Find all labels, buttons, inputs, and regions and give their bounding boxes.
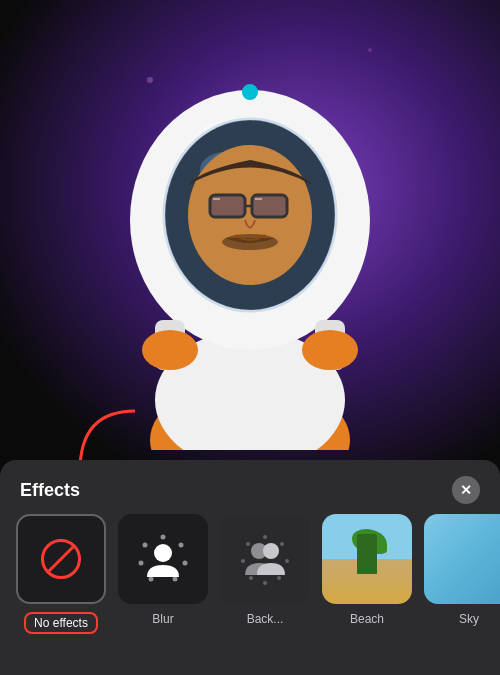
svg-point-32 <box>139 561 144 566</box>
svg-point-29 <box>183 561 188 566</box>
svg-point-30 <box>173 577 178 582</box>
camera-feed <box>0 0 500 470</box>
effects-row[interactable] <box>0 514 500 604</box>
astronaut-image <box>90 20 410 450</box>
svg-point-31 <box>149 577 154 582</box>
effect-item-blur[interactable] <box>118 514 208 604</box>
svg-point-34 <box>154 544 172 562</box>
panel-header: Effects ✕ <box>0 460 500 514</box>
sky-thumb[interactable] <box>424 514 500 604</box>
svg-point-38 <box>277 576 281 580</box>
background-thumb[interactable] <box>220 514 310 604</box>
effect-item-background[interactable] <box>220 514 310 604</box>
svg-point-28 <box>179 543 184 548</box>
beach-thumb[interactable] <box>322 514 412 604</box>
no-effects-thumb[interactable] <box>16 514 106 604</box>
svg-point-1 <box>368 48 372 52</box>
svg-point-40 <box>249 576 253 580</box>
svg-point-33 <box>143 543 148 548</box>
effects-panel: Effects ✕ <box>0 460 500 675</box>
svg-point-36 <box>280 542 284 546</box>
beach-label: Beach <box>322 612 412 634</box>
sky-label: Sky <box>424 612 500 634</box>
ban-icon <box>41 539 81 579</box>
effect-item-sky[interactable] <box>424 514 500 604</box>
background-label: Back... <box>220 612 310 634</box>
blur-effect-icon <box>137 533 189 585</box>
no-effects-label-container: No effects <box>16 612 106 634</box>
svg-point-20 <box>242 84 258 100</box>
svg-point-19 <box>222 234 278 250</box>
blur-label: Blur <box>118 612 208 634</box>
blur-thumb[interactable] <box>118 514 208 604</box>
effect-item-beach[interactable] <box>322 514 412 604</box>
no-effects-label: No effects <box>24 612 98 634</box>
camera-background <box>0 0 500 470</box>
svg-point-42 <box>246 542 250 546</box>
svg-point-44 <box>263 543 279 559</box>
svg-point-0 <box>147 77 153 83</box>
svg-point-35 <box>263 535 267 539</box>
labels-row: No effects Blur Back... Beach Sky <box>0 604 500 634</box>
effects-panel-title: Effects <box>20 480 80 501</box>
svg-point-37 <box>285 559 289 563</box>
svg-point-39 <box>263 581 267 585</box>
svg-point-24 <box>142 330 198 370</box>
svg-point-27 <box>161 535 166 540</box>
svg-point-41 <box>241 559 245 563</box>
svg-point-25 <box>302 330 358 370</box>
background-effect-icon <box>239 533 291 585</box>
effect-item-no-effects[interactable] <box>16 514 106 604</box>
close-button[interactable]: ✕ <box>452 476 480 504</box>
